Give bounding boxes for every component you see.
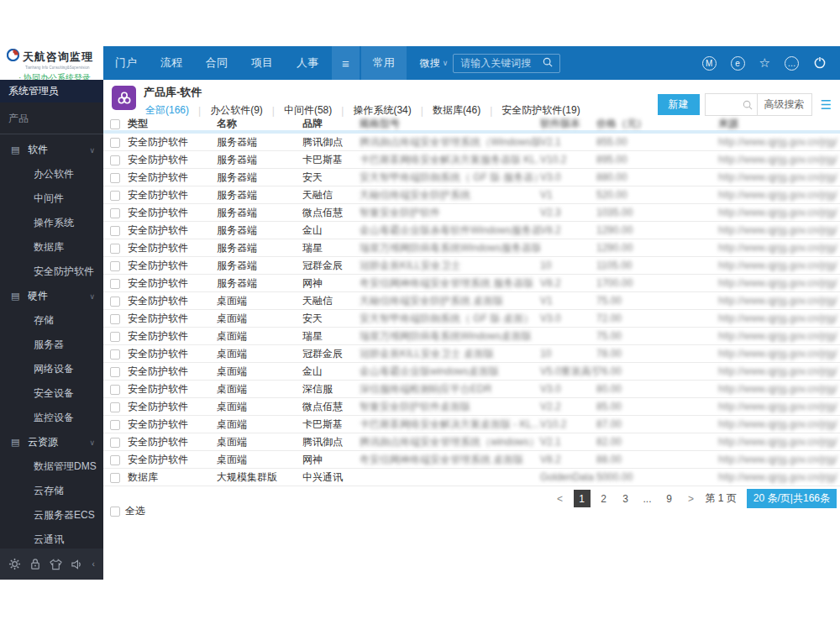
page-button-...[interactable]: ... (639, 490, 656, 507)
select-all-checkbox[interactable] (110, 507, 120, 517)
row-checkbox[interactable] (110, 385, 120, 395)
nav-item-3[interactable]: 项目 (239, 46, 285, 80)
sidebar-group-0[interactable]: ▤软件∨ (0, 138, 103, 162)
table-row[interactable]: 安全防护软件服务器端冠群金辰冠群金辰KILL安全卫士101105.00http:… (103, 257, 840, 275)
tab-1[interactable]: 办公软件(9) (208, 103, 265, 118)
table-search-input[interactable] (706, 94, 743, 115)
row-checkbox[interactable] (110, 138, 120, 148)
next-page-button[interactable]: > (683, 490, 700, 507)
sidebar-item-1-2[interactable]: 网络设备 (0, 357, 103, 381)
row-checkbox[interactable] (110, 420, 120, 430)
table-row[interactable]: 安全防护软件桌面端微点佰慧智量安全防护软件桌面版V2.285.00http://… (103, 398, 840, 416)
new-button[interactable]: 新建 (658, 94, 700, 115)
global-search-input[interactable] (460, 57, 538, 69)
list-view-icon[interactable]: ☰ (821, 98, 832, 111)
row-checkbox[interactable] (110, 244, 120, 254)
tab-5[interactable]: 安全防护软件(19) (500, 103, 581, 118)
table-row[interactable]: 安全防护软件服务器端网神奇安信网神终端安全管理系统 服务器版V8.21700.0… (103, 275, 840, 292)
sidebar-item-0-3[interactable]: 数据库 (0, 235, 103, 260)
sidebar-item-0-2[interactable]: 操作系统 (0, 211, 103, 235)
table-row[interactable]: 安全防护软件服务器端瑞星瑞星万维网防病毒系统Windows服务器版1290.00… (103, 239, 840, 257)
sidebar-item-0-0[interactable]: 办公软件 (0, 162, 103, 186)
table-row[interactable]: 安全防护软件服务器端金山金山毒霸企业版杀毒软件Windows服务器版V8.212… (103, 222, 840, 239)
tab-3[interactable]: 操作系统(34) (351, 103, 412, 118)
table-row[interactable]: 安全防护软件桌面端金山金山毒霸企业版windows桌面版V5.0重装高手76.0… (103, 363, 840, 381)
tab-2[interactable]: 中间件(58) (282, 103, 333, 118)
lock-icon[interactable] (29, 558, 41, 570)
theme-shirt-icon[interactable] (50, 559, 62, 570)
table-row[interactable]: 安全防护软件服务器端微点佰慧智量安全防护软件V2.31035.00http://… (103, 204, 840, 222)
table-row[interactable]: 安全防护软件桌面端网神奇安信网神终端安全管理系统 桌面版V8.288.00htt… (103, 451, 840, 469)
page-jump-label[interactable]: 第 1 页 (706, 491, 737, 506)
e-badge-icon[interactable]: e (731, 56, 745, 71)
collapse-icon[interactable]: ‹ (92, 559, 95, 569)
settings-gear-icon[interactable] (8, 558, 21, 570)
nav-item-4[interactable]: 人事 (285, 46, 330, 80)
favorite-star-icon[interactable]: ☆ (759, 55, 770, 71)
tab-4[interactable]: 数据库(46) (431, 103, 482, 118)
current-page-button[interactable]: 1 (574, 490, 591, 507)
page-size-badge[interactable]: 20 条/页|共166条 (747, 489, 837, 508)
row-checkbox[interactable] (110, 279, 120, 289)
hamburger-icon[interactable]: ≡ (332, 46, 360, 80)
row-checkbox[interactable] (110, 297, 120, 307)
row-checkbox[interactable] (110, 455, 120, 465)
table-row[interactable]: 安全防护软件服务器端卡巴斯基卡巴斯基网络安全解决方案服务器版 KL…V10.28… (103, 151, 840, 169)
nav-item-2[interactable]: 合同 (194, 46, 239, 80)
row-checkbox[interactable] (110, 208, 120, 218)
tab-0[interactable]: 全部(166) (144, 103, 191, 118)
row-checkbox[interactable] (110, 349, 120, 360)
sidebar-item-0-1[interactable]: 中间件 (0, 186, 103, 211)
table-row[interactable]: 数据库大规模集群版中兴通讯GoldenData s…5000.00http://… (103, 469, 840, 486)
table-row[interactable]: 安全防护软件桌面端瑞星瑞星万维网防病毒系统Windows桌面版75.00http… (103, 328, 840, 345)
table-row[interactable]: 安全防护软件桌面端卡巴斯基卡巴斯基网络安全解决方案桌面版 - KL…V10.28… (103, 416, 840, 433)
search-icon[interactable] (543, 57, 553, 70)
table-row[interactable]: 安全防护软件桌面端天融信天融信终端安全防护系统 桌面版V175.00http:/… (103, 292, 840, 310)
nav-item-pinned[interactable]: 常用 (361, 46, 407, 80)
row-checkbox[interactable] (110, 438, 120, 448)
table-row[interactable]: 安全防护软件服务器端安天安天智甲终端防御系统（ GF 版·服务器）V3.0880… (103, 169, 840, 186)
sound-speaker-icon[interactable] (71, 559, 83, 570)
row-checkbox[interactable] (110, 367, 120, 377)
sidebar-item-2-0[interactable]: 数据管理DMS (0, 454, 103, 479)
table-row[interactable]: 安全防护软件服务器端天融信天融信终端安全防护系统V1520.00http://w… (103, 186, 840, 204)
row-checkbox[interactable] (110, 173, 120, 183)
search-icon[interactable] (743, 94, 757, 115)
table-row[interactable]: 安全防护软件服务器端腾讯御点腾讯御点终端安全管理系统（Windows版）V2.1… (103, 134, 840, 151)
row-checkbox[interactable] (110, 314, 120, 324)
sidebar-item-1-1[interactable]: 服务器 (0, 333, 103, 357)
app-window: 天航咨询监理 Tianhang Info Consulting&Supervis… (0, 0, 840, 630)
row-checkbox[interactable] (110, 155, 120, 165)
row-checkbox[interactable] (110, 402, 120, 412)
sidebar-group-1[interactable]: ▤硬件∨ (0, 284, 103, 308)
row-checkbox[interactable] (110, 191, 120, 201)
cell-1: 服务器端 (217, 276, 302, 291)
row-checkbox[interactable] (110, 332, 120, 342)
sidebar-item-1-4[interactable]: 监控设备 (0, 406, 103, 430)
row-checkbox[interactable] (110, 473, 120, 483)
advanced-search-button[interactable]: 高级搜索 (757, 94, 811, 115)
nav-item-1[interactable]: 流程 (149, 46, 194, 80)
table-row[interactable]: 安全防护软件桌面端冠群金辰冠群金辰KILL安全卫士 桌面版1078.00http… (103, 345, 840, 363)
table-row[interactable]: 安全防护软件桌面端深信服深信服终端检测响应平台EDRV3.080.00http:… (103, 381, 840, 398)
row-checkbox[interactable] (110, 226, 120, 236)
page-button-9[interactable]: 9 (661, 490, 678, 507)
sidebar-item-0-4[interactable]: 安全防护软件 (0, 260, 103, 284)
more-dots-icon[interactable]: … (785, 56, 799, 71)
table-row[interactable]: 安全防护软件桌面端腾讯御点腾讯御点终端安全管理系统（windows）V2.1V2… (103, 433, 840, 451)
sidebar-item-1-3[interactable]: 安全设备 (0, 381, 103, 406)
page-button-3[interactable]: 3 (617, 490, 634, 507)
power-icon[interactable] (813, 55, 827, 71)
prev-page-button[interactable]: < (552, 490, 569, 507)
header-checkbox[interactable] (110, 119, 120, 129)
sidebar-item-1-0[interactable]: 存储 (0, 308, 103, 333)
m-badge-icon[interactable]: M (702, 56, 717, 71)
nav-item-0[interactable]: 门户 (103, 46, 149, 80)
sidebar-item-2-1[interactable]: 云存储 (0, 479, 103, 503)
sidebar-group-2[interactable]: ▤云资源∨ (0, 430, 103, 454)
table-row[interactable]: 安全防护软件桌面端安天安天智甲终端防御系统（ GF 版·桌面）V3.072.00… (103, 310, 840, 328)
page-button-2[interactable]: 2 (596, 490, 612, 507)
search-scope-dropdown[interactable]: 微搜 ∨ (420, 56, 449, 71)
row-checkbox[interactable] (110, 261, 120, 271)
sidebar-item-2-2[interactable]: 云服务器ECS (0, 503, 103, 528)
